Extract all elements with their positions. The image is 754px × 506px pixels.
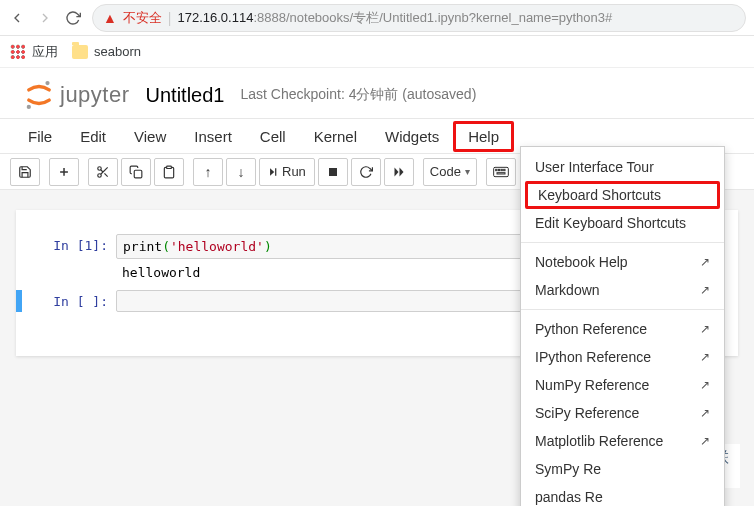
move-up-button[interactable]: ↑ <box>193 158 223 186</box>
restart-button[interactable] <box>351 158 381 186</box>
external-link-icon: ↗ <box>700 434 710 448</box>
command-palette-button[interactable] <box>486 158 516 186</box>
notebook-header: jupyter Untitled1 Last Checkpoint: 4分钟前 … <box>0 68 754 118</box>
save-button[interactable] <box>10 158 40 186</box>
bookmarks-bar: 应用 seaborn <box>0 36 754 68</box>
help-sympy-ref[interactable]: SymPy Re <box>521 455 724 483</box>
menu-file[interactable]: File <box>14 122 66 151</box>
add-cell-button[interactable]: ＋ <box>49 158 79 186</box>
forward-button[interactable] <box>36 9 54 27</box>
checkpoint-text: Last Checkpoint: 4分钟前 (autosaved) <box>240 86 476 104</box>
browser-toolbar: ▲ 不安全 | 172.16.0.114:8888/notebooks/专栏/U… <box>0 0 754 36</box>
chevron-down-icon: ▾ <box>465 166 470 177</box>
insecure-label: 不安全 <box>123 9 162 27</box>
cut-button[interactable] <box>88 158 118 186</box>
external-link-icon: ↗ <box>700 255 710 269</box>
menu-help[interactable]: Help <box>453 121 514 152</box>
svg-rect-14 <box>494 167 509 176</box>
help-scipy-ref[interactable]: SciPy Reference↗ <box>521 399 724 427</box>
notebook-name[interactable]: Untitled1 <box>146 84 225 107</box>
help-edit-shortcuts[interactable]: Edit Keyboard Shortcuts <box>521 209 724 237</box>
menu-insert[interactable]: Insert <box>180 122 246 151</box>
menu-widgets[interactable]: Widgets <box>371 122 453 151</box>
paste-button[interactable] <box>154 158 184 186</box>
restart-run-all-button[interactable] <box>384 158 414 186</box>
insecure-icon: ▲ <box>103 10 117 26</box>
menu-cell[interactable]: Cell <box>246 122 300 151</box>
interrupt-button[interactable] <box>318 158 348 186</box>
celltype-select[interactable]: Code ▾ <box>423 158 477 186</box>
svg-rect-16 <box>498 169 499 170</box>
jupyter-logo[interactable]: jupyter <box>22 78 130 112</box>
help-python-ref[interactable]: Python Reference↗ <box>521 315 724 343</box>
help-numpy-ref[interactable]: NumPy Reference↗ <box>521 371 724 399</box>
address-bar[interactable]: ▲ 不安全 | 172.16.0.114:8888/notebooks/专栏/U… <box>92 4 746 32</box>
cell-prompt: In [1]: <box>26 234 116 282</box>
move-down-button[interactable]: ↓ <box>226 158 256 186</box>
svg-rect-19 <box>497 172 505 173</box>
external-link-icon: ↗ <box>700 350 710 364</box>
svg-point-3 <box>98 173 102 177</box>
help-keyboard-shortcuts[interactable]: Keyboard Shortcuts <box>525 181 720 209</box>
svg-rect-18 <box>504 169 505 170</box>
svg-marker-9 <box>270 168 274 176</box>
svg-rect-11 <box>329 168 337 176</box>
external-link-icon: ↗ <box>700 322 710 336</box>
bookmark-item[interactable]: seaborn <box>72 44 141 59</box>
external-link-icon: ↗ <box>700 406 710 420</box>
menu-view[interactable]: View <box>120 122 180 151</box>
apps-grid-icon <box>10 44 26 60</box>
svg-point-0 <box>45 81 49 85</box>
external-link-icon: ↗ <box>700 378 710 392</box>
jupyter-logo-icon <box>22 78 56 112</box>
reload-button[interactable] <box>64 9 82 27</box>
folder-icon <box>72 45 88 59</box>
apps-button[interactable]: 应用 <box>10 43 58 61</box>
copy-button[interactable] <box>121 158 151 186</box>
run-button[interactable]: Run <box>259 158 315 186</box>
url-text: 172.16.0.114:8888/notebooks/专栏/Untitled1… <box>178 9 613 27</box>
svg-rect-8 <box>167 166 172 168</box>
help-dropdown: User Interface Tour Keyboard Shortcuts E… <box>520 146 725 506</box>
help-notebook-help[interactable]: Notebook Help↗ <box>521 248 724 276</box>
external-link-icon: ↗ <box>700 283 710 297</box>
svg-point-1 <box>27 105 31 109</box>
back-button[interactable] <box>8 9 26 27</box>
svg-rect-7 <box>134 170 142 178</box>
svg-line-6 <box>101 169 103 171</box>
help-matplotlib-ref[interactable]: Matplotlib Reference↗ <box>521 427 724 455</box>
help-markdown[interactable]: Markdown↗ <box>521 276 724 304</box>
svg-rect-17 <box>501 169 502 170</box>
cell-prompt: In [ ]: <box>26 290 116 312</box>
help-ipython-ref[interactable]: IPython Reference↗ <box>521 343 724 371</box>
help-ui-tour[interactable]: User Interface Tour <box>521 153 724 181</box>
svg-line-5 <box>104 173 107 176</box>
svg-rect-15 <box>496 169 497 170</box>
menu-edit[interactable]: Edit <box>66 122 120 151</box>
play-step-icon <box>268 167 278 177</box>
svg-marker-12 <box>394 167 398 176</box>
svg-point-2 <box>98 166 102 170</box>
menu-kernel[interactable]: Kernel <box>300 122 371 151</box>
help-pandas-ref[interactable]: pandas Re <box>521 483 724 506</box>
svg-rect-10 <box>275 168 276 176</box>
svg-marker-13 <box>399 167 403 176</box>
